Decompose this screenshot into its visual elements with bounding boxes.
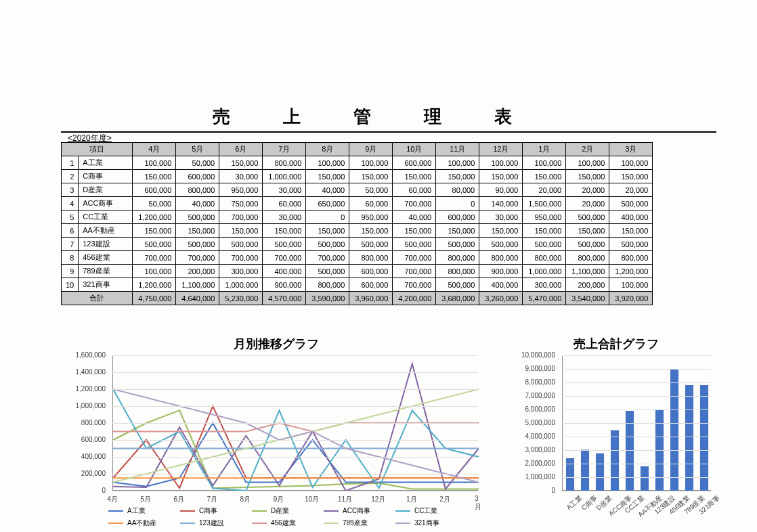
row-value: 50,000 [349,183,393,197]
line-chart-title: 月別推移グラフ [68,336,484,352]
row-index: 1 [62,156,79,170]
legend-swatch [324,510,339,512]
y-tick-label: 1,000,000 [68,402,106,409]
total-cell: 4,750,000 [133,292,176,305]
header-month: 3月 [609,143,653,156]
row-value: 700,000 [393,251,436,265]
row-name: ACC商事 [79,197,133,210]
row-value: 100,000 [523,156,566,170]
x-tick-label: 5月 [140,495,151,504]
row-value: 1,000,000 [263,170,306,183]
row-value: 150,000 [133,224,176,238]
row-value: 600,000 [436,210,479,224]
row-value: 200,000 [566,278,609,292]
sales-table: 項目 4月 5月 6月 7月 8月 9月 10月 11月 12月 1月 2月 3… [61,142,653,305]
x-tick-label: 9月 [274,495,284,504]
legend-label: C商事 [199,506,217,516]
row-value: 600,000 [176,170,219,183]
row-value: 100,000 [609,278,653,292]
row-value: 100,000 [306,156,349,170]
legend-label: ACC商事 [343,506,370,516]
total-cell: 4,640,000 [176,292,219,305]
row-value: 500,000 [176,238,219,251]
x-tick-label: 1月 [406,495,417,504]
row-value: 1,000,000 [523,265,566,278]
row-value: 700,000 [393,197,436,210]
row-value: 150,000 [523,170,566,183]
table-row: 8456建業700,000700,000700,000700,000700,00… [62,251,653,265]
header-month: 2月 [566,143,609,156]
legend-swatch [324,523,339,524]
row-value: 800,000 [436,265,479,278]
row-value: 100,000 [349,156,393,170]
row-index: 4 [62,197,79,210]
row-value: 900,000 [479,265,523,278]
legend-label: A工業 [127,506,146,516]
row-value: 800,000 [176,183,219,197]
y-tick-label: 5,000,000 [517,419,555,426]
row-value: 1,000,000 [219,278,263,292]
row-name: 789産業 [79,265,133,278]
row-value: 500,000 [436,278,479,292]
row-value: 500,000 [263,238,306,251]
header-month: 11月 [436,143,479,156]
y-tick-label: 1,600,000 [68,351,106,359]
row-value: 500,000 [306,265,349,278]
legend-label: 456建業 [271,518,296,528]
row-value: 800,000 [436,251,479,265]
legend-item: AA不動産 [108,518,164,528]
row-value: 150,000 [349,170,393,183]
row-value: 30,000 [263,210,306,224]
row-value: 100,000 [133,265,176,278]
row-index: 10 [62,278,79,292]
row-value: 1,200,000 [133,278,176,292]
row-value: 100,000 [133,156,176,170]
header-month: 6月 [219,143,263,156]
row-value: 100,000 [436,156,479,170]
x-tick-label: 8月 [240,495,251,504]
legend-label: AA不動産 [127,518,156,528]
header-month: 4月 [133,143,176,156]
legend-swatch [252,510,267,512]
y-tick-label: 10,000,000 [517,351,555,359]
x-tick-label: 11月 [338,495,352,504]
row-value: 750,000 [219,197,263,210]
x-tick-label: 10月 [305,495,319,504]
y-tick-label: 1,200,000 [68,385,106,393]
y-tick-label: 2,000,000 [517,460,555,467]
y-tick-label: 9,000,000 [517,365,555,372]
legend-label: 789産業 [343,518,368,528]
row-value: 500,000 [566,238,609,251]
y-tick-label: 8,000,000 [517,378,555,386]
bar-chart-title: 売上合計グラフ [515,336,718,352]
legend-item: 789産業 [324,518,379,528]
y-tick-label: 800,000 [68,419,106,426]
row-value: 20,000 [609,183,653,197]
x-tick-label: 6月 [173,495,184,504]
row-name: 456建業 [79,251,133,265]
row-value: 150,000 [219,156,263,170]
total-cell: 3,680,000 [436,292,479,305]
bar [670,369,678,491]
row-value: 140,000 [479,197,523,210]
row-value: 950,000 [523,210,566,224]
row-value: 150,000 [479,170,523,183]
table-row: 10321商事1,200,0001,100,0001,000,000900,00… [62,278,653,292]
row-value: 300,000 [219,265,263,278]
row-value: 150,000 [436,170,479,183]
row-index: 8 [62,251,79,265]
x-tick-label: 2月 [439,495,450,504]
row-value: 950,000 [219,183,263,197]
row-name: 123建設 [79,238,133,251]
legend-swatch [180,523,195,524]
legend-item: CC工業 [395,506,451,516]
page: 売上管理表 <2020年度> 項目 4月 5月 6月 7月 8月 9月 10月 … [0,0,757,532]
row-value: 40,000 [393,210,436,224]
total-cell: 4,570,000 [263,292,306,305]
row-value: 1,200,000 [133,210,176,224]
row-value: 700,000 [306,251,349,265]
row-value: 60,000 [263,197,306,210]
row-value: 1,100,000 [566,265,609,278]
y-tick-label: 1,400,000 [68,368,106,376]
header-month: 8月 [306,143,349,156]
